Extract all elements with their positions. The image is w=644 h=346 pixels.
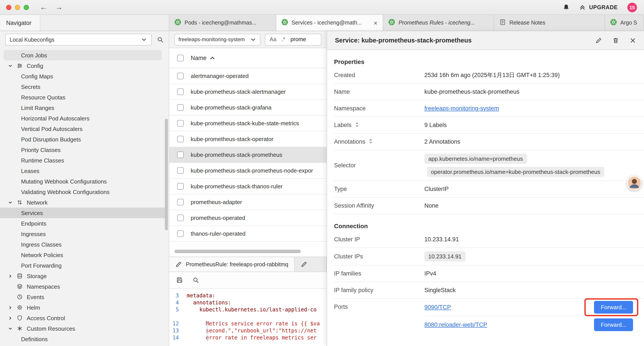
row-checkbox[interactable]	[177, 230, 184, 237]
row-checkbox[interactable]	[177, 199, 184, 205]
name-column-header[interactable]: Name	[191, 55, 216, 61]
sort-toggle-icon[interactable]	[355, 122, 360, 129]
row-checkbox[interactable]	[177, 152, 184, 158]
sidebar-item-limit-ranges[interactable]: Limit Ranges	[0, 102, 165, 113]
sidebar-item-namespaces[interactable]: Namespaces	[0, 281, 165, 292]
regex-toggle[interactable]: .*	[282, 36, 286, 42]
sidebar-item-horizontal-pod-autoscalers[interactable]: Horizontal Pod Autoscalers	[0, 113, 165, 123]
table-row[interactable]: kube-prometheus-stack-alertmanager	[169, 84, 326, 100]
port-link[interactable]: 8080:reloader-web/TCP	[424, 321, 487, 328]
forward-nav-button[interactable]: →	[51, 3, 67, 11]
sidebar-item-access-control[interactable]: Access Control	[0, 313, 165, 323]
sidebar-item-services[interactable]: Services	[0, 208, 165, 218]
sidebar-item-priority-classes[interactable]: Priority Classes	[0, 145, 165, 155]
sidebar-item-mutating-webhook-configurations[interactable]: Mutating Webhook Configurations	[0, 176, 165, 187]
sidebar-item-network[interactable]: Network	[0, 197, 165, 208]
cluster-icon	[610, 19, 617, 27]
dock-tab-partial[interactable]	[295, 257, 326, 272]
chevron-right-icon[interactable]	[8, 305, 17, 310]
sidebar-item-ingress-classes[interactable]: Ingress Classes	[0, 239, 165, 250]
table-row[interactable]: kube-prometheus-stack-prometheus	[169, 147, 326, 163]
close-tab-icon[interactable]: ×	[372, 19, 378, 26]
minimize-window-button[interactable]	[15, 4, 20, 10]
chevron-right-icon[interactable]	[8, 316, 17, 320]
horizontal-scrollbar[interactable]	[169, 249, 326, 254]
sidebar-item-endpoints[interactable]: Endpoints	[0, 218, 165, 229]
upgrade-button[interactable]: UPGRADE	[579, 4, 618, 10]
tab-pods-icecheng-mathmas[interactable]: Pods - icecheng@mathmas...	[169, 15, 276, 31]
yaml-editor[interactable]: 3metadata:4 annotations:5 kubectl.kubern…	[169, 289, 326, 346]
sidebar-item-network-policies[interactable]: Network Policies	[0, 250, 165, 260]
row-checkbox[interactable]	[177, 136, 184, 142]
sidebar-item-ingresses[interactable]: Ingresses	[0, 229, 165, 239]
table-row[interactable]: prometheus-adapter	[169, 194, 326, 210]
sidebar-item-events[interactable]: Events	[0, 292, 165, 302]
row-checkbox[interactable]	[177, 183, 184, 190]
save-icon[interactable]	[176, 277, 183, 283]
namespace-link[interactable]: freeleaps-monitoring-system	[424, 105, 499, 112]
table-row[interactable]: alertmanager-operated	[169, 68, 326, 84]
kubeconfig-selector[interactable]: Local Kubeconfigs	[5, 34, 152, 45]
table-row[interactable]: thanos-ruler-operated	[169, 226, 326, 242]
back-button[interactable]: ←	[36, 3, 51, 11]
sidebar-item-resource-quotas[interactable]: Resource Quotas	[0, 92, 165, 102]
row-checkbox[interactable]	[177, 120, 184, 127]
close-drawer-icon[interactable]	[630, 37, 636, 43]
navigator-tab[interactable]: Navigator	[0, 15, 40, 31]
row-checkbox[interactable]	[177, 215, 184, 221]
table-row[interactable]: kube-prometheus-stack-grafana	[169, 100, 326, 116]
forward-button[interactable]: Forward...	[594, 318, 633, 331]
tab-label: Pods - icecheng@mathmas...	[184, 20, 270, 26]
table-row[interactable]: kube-prometheus-stack-prometheus-node-ex…	[169, 163, 326, 179]
dock-tab-prometheusrule[interactable]: PrometheusRule: freeleaps-prod-rabbitmq	[169, 257, 295, 272]
tab-argo-s[interactable]: Argo S	[605, 15, 644, 31]
table-row[interactable]: kube-prometheus-stack-kube-state-metrics	[169, 116, 326, 131]
table-row[interactable]: kube-prometheus-stack-thanos-ruler	[169, 179, 326, 194]
table-search-input[interactable]: Aa .* prome	[265, 33, 321, 45]
row-checkbox[interactable]	[177, 167, 184, 174]
delete-resource-icon[interactable]	[612, 37, 619, 43]
select-all-checkbox[interactable]	[177, 55, 184, 61]
namespace-filter[interactable]: freeleaps-monitoring-system	[174, 33, 260, 45]
tab-services-icecheng-math[interactable]: Services - icecheng@math...×	[276, 15, 383, 31]
forward-button[interactable]: Forward...	[594, 301, 633, 314]
sidebar-item-vertical-pod-autoscalers[interactable]: Vertical Pod Autoscalers	[0, 123, 165, 134]
match-case-toggle[interactable]: Aa	[270, 36, 276, 42]
sidebar-item-port-forwarding[interactable]: Port Forwarding	[0, 260, 165, 271]
port-link[interactable]: 9090/TCP	[424, 304, 451, 311]
sidebar-item-config[interactable]: Config	[0, 60, 165, 71]
user-avatar[interactable]	[627, 176, 642, 191]
chevron-right-icon[interactable]	[8, 274, 17, 278]
sidebar-item-config-maps[interactable]: Config Maps	[0, 71, 165, 81]
tab-prometheus-rules-icecheng[interactable]: Prometheus Rules - icecheng...	[383, 15, 494, 31]
table-row[interactable]: kube-prometheus-stack-operator	[169, 131, 326, 147]
editor-search-icon[interactable]	[192, 277, 199, 283]
tab-release-notes[interactable]: Release Notes	[494, 15, 605, 31]
sidebar-item-pod-disruption-budgets[interactable]: Pod Disruption Budgets	[0, 134, 165, 145]
sidebar-item-definitions[interactable]: Definitions	[0, 334, 165, 344]
sidebar-item-storage[interactable]: Storage	[0, 271, 165, 281]
zoom-window-button[interactable]	[24, 4, 29, 10]
sort-toggle-icon[interactable]	[368, 138, 373, 145]
sidebar-item-cron-jobs[interactable]: Cron Jobs	[4, 50, 162, 60]
edit-resource-icon[interactable]	[595, 37, 602, 43]
sidebar-scrollbar[interactable]	[165, 119, 168, 230]
close-window-button[interactable]	[6, 4, 12, 10]
sidebar-search-icon[interactable]	[157, 36, 164, 43]
notifications-bell-icon[interactable]	[563, 4, 569, 10]
table-row[interactable]: prometheus-operated	[169, 210, 326, 226]
row-checkbox[interactable]	[177, 88, 184, 95]
sidebar-item-custom-resources[interactable]: Custom Resources	[0, 323, 165, 334]
row-checkbox[interactable]	[177, 104, 184, 111]
notification-count-badge[interactable]: 15	[627, 2, 637, 12]
sidebar-item-leases[interactable]: Leases	[0, 166, 165, 176]
chevron-down-icon[interactable]	[8, 63, 17, 68]
sidebar-item-runtime-classes[interactable]: Runtime Classes	[0, 155, 165, 166]
sidebar-item-secrets[interactable]: Secrets	[0, 81, 165, 92]
sidebar-item-label: Access Control	[27, 315, 65, 321]
chevron-down-icon[interactable]	[8, 326, 17, 331]
row-checkbox[interactable]	[177, 73, 184, 79]
sidebar-item-validating-webhook-configurations[interactable]: Validating Webhook Configurations	[0, 187, 165, 197]
chevron-down-icon[interactable]	[8, 200, 17, 205]
sidebar-item-helm[interactable]: Helm	[0, 302, 165, 313]
